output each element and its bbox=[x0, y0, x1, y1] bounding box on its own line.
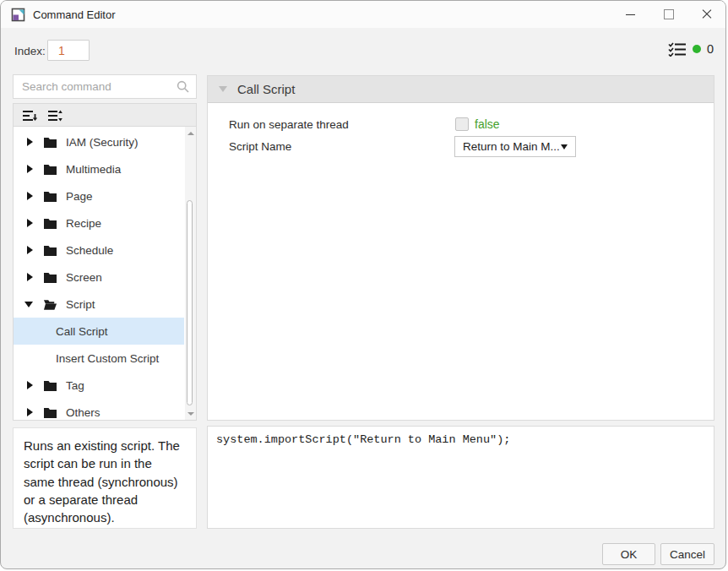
tree-item-schedule[interactable]: Schedule bbox=[14, 237, 184, 264]
checkbox-value: false bbox=[475, 117, 500, 131]
tree-item-label: Insert Custom Script bbox=[56, 352, 159, 365]
tree-item-label: Others bbox=[66, 406, 101, 419]
folder-icon bbox=[43, 406, 57, 419]
ok-button[interactable]: OK bbox=[602, 543, 655, 565]
minimize-icon bbox=[626, 14, 635, 15]
app-logo-icon bbox=[11, 8, 25, 22]
status-cluster: 0 bbox=[668, 41, 714, 57]
search-box bbox=[13, 74, 197, 99]
command-editor-window: Command Editor Index: 0 bbox=[0, 0, 726, 569]
property-label: Script Name bbox=[229, 140, 291, 153]
status-dot bbox=[693, 45, 701, 53]
collapse-all-button[interactable] bbox=[21, 108, 38, 122]
folder-icon bbox=[43, 379, 57, 392]
tree-item-label: Recipe bbox=[66, 217, 101, 230]
scrollbar-thumb[interactable] bbox=[187, 200, 193, 405]
tree-item-screen[interactable]: Screen bbox=[14, 264, 184, 291]
script-code-preview[interactable]: system.importScript("Return to Main Menu… bbox=[207, 426, 714, 529]
folder-open-icon bbox=[43, 298, 57, 311]
property-row: Script Name Return to Main M... bbox=[208, 135, 714, 157]
scroll-up-icon[interactable] bbox=[185, 128, 196, 139]
property-label: Run on separate thread bbox=[229, 118, 349, 131]
tree-item-tag[interactable]: Tag bbox=[14, 372, 184, 399]
folder-icon bbox=[43, 271, 57, 284]
folder-icon bbox=[43, 163, 57, 176]
chevron-right-icon[interactable] bbox=[27, 408, 33, 416]
script-code-text: system.importScript("Return to Main Menu… bbox=[216, 433, 705, 446]
tree-item-label: Schedule bbox=[66, 244, 113, 257]
folder-icon bbox=[43, 136, 57, 149]
window-title: Command Editor bbox=[33, 8, 116, 21]
index-input[interactable] bbox=[47, 40, 90, 61]
tree-scrollbar[interactable] bbox=[185, 127, 196, 420]
tree-item-label: Page bbox=[66, 190, 93, 203]
maximize-icon bbox=[664, 9, 674, 19]
chevron-right-icon[interactable] bbox=[27, 138, 33, 146]
property-panel: Call Script Run on separate thread false… bbox=[207, 75, 714, 421]
folder-icon bbox=[43, 190, 57, 203]
cancel-button[interactable]: Cancel bbox=[660, 543, 714, 565]
tree-item-label: IAM (Security) bbox=[66, 136, 139, 149]
tree-item-label: Script bbox=[66, 298, 95, 311]
scroll-down-icon[interactable] bbox=[185, 408, 196, 419]
tree-item-multimedia[interactable]: Multimedia bbox=[14, 155, 184, 182]
search-icon bbox=[177, 80, 189, 93]
tree-item-label: Multimedia bbox=[66, 163, 121, 176]
close-button[interactable] bbox=[687, 1, 725, 28]
command-description-box: Runs an existing script. The script can … bbox=[13, 427, 197, 529]
tree-item-label: Tag bbox=[66, 379, 84, 392]
tree-item-label: Call Script bbox=[56, 325, 108, 338]
tree-item-others[interactable]: Others bbox=[14, 399, 184, 421]
property-panel-header[interactable]: Call Script bbox=[208, 76, 714, 103]
dropdown-value: Return to Main M... bbox=[463, 140, 560, 153]
chevron-right-icon[interactable] bbox=[27, 246, 33, 254]
folder-icon bbox=[43, 217, 57, 230]
property-row: Run on separate thread false bbox=[208, 113, 714, 135]
tree-item-script[interactable]: Script bbox=[14, 291, 184, 318]
dropdown-caret-icon bbox=[561, 144, 568, 150]
folder-icon bbox=[43, 244, 57, 257]
run-on-separate-thread-checkbox[interactable] bbox=[455, 117, 469, 131]
minimize-button[interactable] bbox=[611, 1, 649, 28]
tree-item-iam-security[interactable]: IAM (Security) bbox=[14, 128, 184, 155]
command-description: Runs an existing script. The script can … bbox=[24, 437, 186, 526]
maximize-button[interactable] bbox=[649, 1, 687, 28]
property-panel-title: Call Script bbox=[237, 82, 295, 96]
chevron-right-icon[interactable] bbox=[27, 273, 33, 281]
tree-toolbar bbox=[13, 103, 197, 127]
collapse-caret-icon[interactable] bbox=[219, 86, 227, 92]
search-input[interactable] bbox=[14, 80, 177, 93]
chevron-right-icon[interactable] bbox=[27, 219, 33, 227]
status-count: 0 bbox=[707, 42, 714, 56]
tasklist-icon[interactable] bbox=[668, 41, 687, 57]
index-label: Index: bbox=[14, 45, 46, 57]
chevron-right-icon[interactable] bbox=[27, 192, 33, 200]
command-tree: IAM (Security) Multimedia Page Recipe Sc… bbox=[13, 126, 197, 421]
tree-item-page[interactable]: Page bbox=[14, 182, 184, 209]
tree-item-call-script[interactable]: Call Script bbox=[14, 318, 184, 345]
script-name-dropdown[interactable]: Return to Main M... bbox=[454, 136, 576, 157]
tree-item-label: Screen bbox=[66, 271, 102, 284]
tree-item-recipe[interactable]: Recipe bbox=[14, 209, 184, 237]
chevron-right-icon[interactable] bbox=[27, 165, 33, 173]
titlebar: Command Editor bbox=[1, 1, 725, 28]
tree-item-insert-custom-script[interactable]: Insert Custom Script bbox=[14, 345, 184, 372]
expand-all-button[interactable] bbox=[46, 108, 63, 122]
chevron-right-icon[interactable] bbox=[27, 381, 33, 389]
close-icon bbox=[702, 9, 712, 19]
chevron-down-icon[interactable] bbox=[24, 302, 33, 307]
